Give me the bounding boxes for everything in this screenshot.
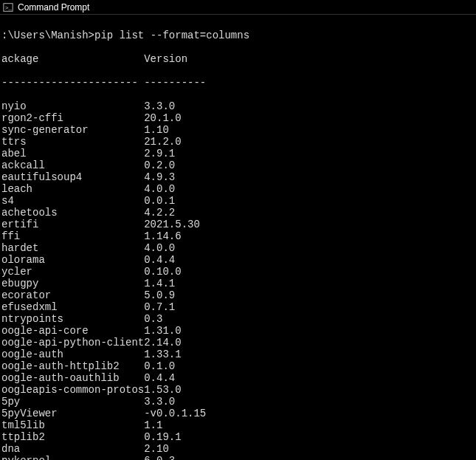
- package-version: 0.10.0: [144, 266, 181, 278]
- package-name: olorama: [1, 254, 144, 266]
- package-version: 1.10: [144, 124, 169, 136]
- package-version: 6.0.3: [144, 455, 175, 460]
- package-row: ffi1.14.6: [1, 230, 475, 242]
- package-row: oogle-auth-httplib20.1.0: [1, 360, 475, 372]
- package-name: oogle-api-core: [1, 325, 144, 337]
- separator-row: --------------------------------: [1, 77, 475, 89]
- package-name: ttrs: [1, 136, 144, 148]
- package-name: dna: [1, 443, 144, 455]
- package-row: oogle-api-python-client2.14.0: [1, 337, 475, 349]
- package-name: ecorator: [1, 289, 144, 301]
- header-row: ackageVersion: [1, 53, 475, 65]
- package-version: 3.3.0: [144, 396, 175, 408]
- package-version: 0.4.4: [144, 372, 175, 384]
- window-title: Command Prompt: [18, 2, 89, 13]
- package-row: ecorator5.0.9: [1, 289, 475, 301]
- package-version: 1.33.1: [144, 349, 181, 360]
- package-row: ttrs21.2.0: [1, 136, 475, 148]
- package-version: 0.0.1: [144, 195, 175, 207]
- package-row: oogle-auth-oauthlib0.4.4: [1, 372, 475, 384]
- package-name: 5py: [1, 396, 144, 408]
- package-version: 1.53.0: [144, 384, 181, 396]
- package-name: ackcall: [1, 159, 144, 171]
- package-row: ebugpy1.4.1: [1, 278, 475, 289]
- package-row: hardet4.0.0: [1, 242, 475, 254]
- package-version: 4.0.0: [144, 183, 175, 195]
- package-version: 4.9.3: [144, 171, 175, 183]
- sep-package: ----------------------: [1, 77, 144, 89]
- package-version: 0.2.0: [144, 159, 175, 171]
- svg-text:>_: >_: [5, 4, 13, 10]
- package-version: 1.14.6: [144, 230, 181, 242]
- package-name: ertifi: [1, 219, 144, 230]
- package-name: ttplib2: [1, 431, 144, 443]
- package-row: efusedxml0.7.1: [1, 301, 475, 313]
- package-name: rgon2-cffi: [1, 112, 144, 124]
- terminal-output[interactable]: :\Users\Manish>pip list --format=columns…: [0, 15, 476, 460]
- package-row: 5pyViewer-v0.0.1.15: [1, 408, 475, 419]
- header-package: ackage: [1, 53, 144, 65]
- package-row: nyio3.3.0: [1, 100, 475, 112]
- package-version: 2.9.1: [144, 148, 175, 159]
- package-version: 0.4.4: [144, 254, 175, 266]
- package-name: oogle-auth-oauthlib: [1, 372, 144, 384]
- package-row: pykernel6.0.3: [1, 455, 475, 460]
- package-version: 20.1.0: [144, 112, 181, 124]
- package-name: ycler: [1, 266, 144, 278]
- title-bar[interactable]: >_ Command Prompt: [0, 0, 476, 15]
- package-name: ntrypoints: [1, 313, 144, 325]
- package-version: 1.1: [144, 419, 162, 431]
- package-row: oogleapis-common-protos1.53.0: [1, 384, 475, 396]
- package-version: 2021.5.30: [144, 219, 200, 230]
- package-version: 0.19.1: [144, 431, 181, 443]
- package-name: s4: [1, 195, 144, 207]
- package-name: 5pyViewer: [1, 408, 144, 419]
- package-version: 1.4.1: [144, 278, 175, 289]
- package-row: s40.0.1: [1, 195, 475, 207]
- package-version: 0.7.1: [144, 301, 175, 313]
- package-version: 0.3: [144, 313, 162, 325]
- package-row: leach4.0.0: [1, 183, 475, 195]
- package-version: 2.14.0: [144, 337, 181, 349]
- package-version: 0.1.0: [144, 360, 175, 372]
- package-name: pykernel: [1, 455, 144, 460]
- package-version: 21.2.0: [144, 136, 181, 148]
- package-row: tml5lib1.1: [1, 419, 475, 431]
- package-name: oogleapis-common-protos: [1, 384, 144, 396]
- package-row: rgon2-cffi20.1.0: [1, 112, 475, 124]
- package-name: oogle-auth-httplib2: [1, 360, 144, 372]
- package-name: nyio: [1, 100, 144, 112]
- prompt-line: :\Users\Manish>pip list --format=columns: [1, 30, 475, 41]
- package-row: ttplib20.19.1: [1, 431, 475, 443]
- package-version: -v0.0.1.15: [144, 408, 206, 419]
- package-name: leach: [1, 183, 144, 195]
- package-name: oogle-auth: [1, 349, 144, 360]
- package-row: ntrypoints0.3: [1, 313, 475, 325]
- package-name: abel: [1, 148, 144, 159]
- package-name: ebugpy: [1, 278, 144, 289]
- cmd-icon: >_: [3, 2, 13, 13]
- package-row: ackcall0.2.0: [1, 159, 475, 171]
- package-row: sync-generator1.10: [1, 124, 475, 136]
- package-row: 5py3.3.0: [1, 396, 475, 408]
- package-name: tml5lib: [1, 419, 144, 431]
- sep-version: ----------: [144, 77, 206, 89]
- package-version: 1.31.0: [144, 325, 181, 337]
- package-row: olorama0.4.4: [1, 254, 475, 266]
- package-version: 3.3.0: [144, 100, 175, 112]
- package-row: dna2.10: [1, 443, 475, 455]
- package-version: 2.10: [144, 443, 169, 455]
- package-row: abel2.9.1: [1, 148, 475, 159]
- package-name: oogle-api-python-client: [1, 337, 144, 349]
- header-version: Version: [144, 53, 187, 65]
- package-name: eautifulsoup4: [1, 171, 144, 183]
- package-version: 5.0.9: [144, 289, 175, 301]
- package-name: hardet: [1, 242, 144, 254]
- package-name: ffi: [1, 230, 144, 242]
- package-row: ertifi2021.5.30: [1, 219, 475, 230]
- package-list: nyio3.3.0rgon2-cffi20.1.0sync-generator1…: [1, 100, 475, 460]
- package-name: achetools: [1, 207, 144, 219]
- package-version: 4.2.2: [144, 207, 175, 219]
- package-row: oogle-api-core1.31.0: [1, 325, 475, 337]
- package-version: 4.0.0: [144, 242, 175, 254]
